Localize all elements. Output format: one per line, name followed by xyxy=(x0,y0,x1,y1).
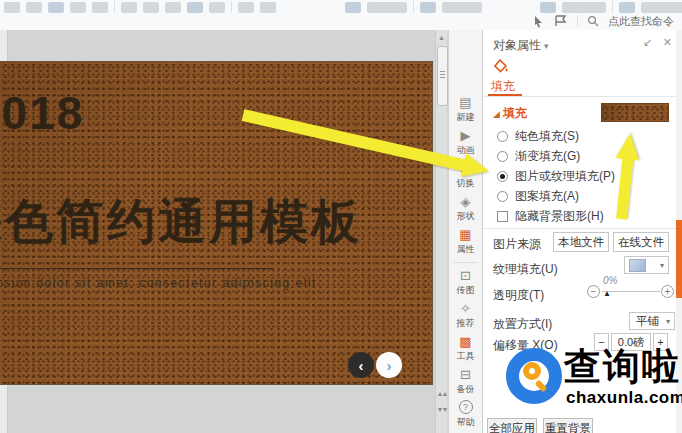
panel-title[interactable]: 对象属性▾ xyxy=(493,37,549,54)
toolbar-icon[interactable] xyxy=(238,2,254,13)
pointer-select-icon[interactable] xyxy=(532,15,545,28)
sidebar-item-label: 帮助 xyxy=(457,416,475,429)
fill-section-header[interactable]: ◢填充 xyxy=(493,105,527,122)
next-slide-nav-button[interactable]: › xyxy=(376,352,402,378)
wps-presentation-app: 点此查找命令 2018 棕色简约通用模板 ipsum dolor sit ame… xyxy=(0,0,682,433)
help-icon: ? xyxy=(459,400,473,414)
next-slide-scroll-button[interactable]: ▼▼ xyxy=(436,404,447,416)
find-command-text[interactable]: 点此查找命令 xyxy=(608,14,674,29)
toolbar-icon[interactable] xyxy=(70,2,86,13)
recommend-icon: ✧ xyxy=(460,302,471,315)
toolbar-separator xyxy=(413,1,414,13)
panel-restore-icon[interactable]: ↙ xyxy=(643,36,652,49)
watermark-domain: chaxunla.com xyxy=(566,388,682,408)
slide[interactable]: 2018 棕色简约通用模板 ipsum dolor sit amet, cons… xyxy=(0,62,432,384)
radio-selected-icon[interactable] xyxy=(497,171,508,182)
transparency-increase-icon[interactable]: + xyxy=(661,285,674,298)
prev-slide-nav-button[interactable]: ‹ xyxy=(348,352,374,378)
slide-divider-line xyxy=(0,268,274,269)
fill-section-label: 填充 xyxy=(503,106,527,120)
texture-fill-dropdown[interactable]: ▾ xyxy=(624,256,669,274)
toolbar-divider xyxy=(454,262,478,263)
sidebar-item-properties[interactable]: ▦ 属性 xyxy=(449,228,483,257)
toolbar-icon[interactable] xyxy=(367,2,407,13)
tab-fill[interactable]: 填充 xyxy=(491,78,515,95)
toolbar-icon[interactable] xyxy=(187,2,203,13)
fill-bucket-icon[interactable] xyxy=(493,58,511,75)
previous-slide-scroll-button[interactable]: ▲▲ xyxy=(436,388,447,400)
toolbar-icon[interactable] xyxy=(209,2,225,13)
sidebar-item-tools[interactable]: ▩ 工具 xyxy=(449,334,483,363)
radio-icon[interactable] xyxy=(497,131,508,142)
transparency-slider-marker[interactable]: ▲ xyxy=(603,289,611,298)
toolbar-icon[interactable] xyxy=(92,2,108,13)
checkbox-icon[interactable] xyxy=(497,211,508,222)
transparency-decrease-icon[interactable]: − xyxy=(587,285,600,298)
slide-subtitle-text[interactable]: ipsum dolor sit amet, consectetur adipis… xyxy=(0,276,317,290)
sidebar-item-upload-image[interactable]: ⊡ 传图 xyxy=(449,268,483,297)
toolbar-icon[interactable] xyxy=(260,2,276,13)
toolbar-icon[interactable] xyxy=(48,2,64,13)
toolbar-icon[interactable] xyxy=(619,2,635,13)
toolbar-icon[interactable] xyxy=(442,2,482,13)
ribbon-icon-group-paragraph xyxy=(345,0,482,13)
chaxunla-logo-icon xyxy=(506,348,562,404)
panel-title-text: 对象属性 xyxy=(493,38,541,52)
online-file-button[interactable]: 在线文件 xyxy=(613,232,669,252)
upload-image-icon: ⊡ xyxy=(460,269,471,282)
sidebar-item-help[interactable]: ? 帮助 xyxy=(449,400,483,429)
toolbar-separator xyxy=(577,15,578,27)
panel-close-icon[interactable]: ✕ xyxy=(663,36,672,49)
placement-dropdown[interactable]: 平铺 ▾ xyxy=(629,312,675,330)
toolbar-icon[interactable] xyxy=(641,2,682,13)
sidebar-item-shapes[interactable]: ◈ 形状 xyxy=(449,195,483,224)
fill-option-gradient[interactable]: 渐变填充(G) xyxy=(497,148,580,165)
texture-thumbnail-icon xyxy=(629,259,646,272)
sidebar-item-label: 工具 xyxy=(457,350,475,363)
fill-option-picture-texture[interactable]: 图片或纹理填充(P) xyxy=(497,168,615,185)
transparency-label: 透明度(T) xyxy=(493,287,544,304)
properties-icon: ▦ xyxy=(459,228,471,241)
slide-year-text[interactable]: 2018 xyxy=(0,86,84,140)
ribbon-toolbar: 点此查找命令 xyxy=(0,0,682,31)
search-icon[interactable] xyxy=(587,15,599,27)
sidebar-item-backup[interactable]: ⊟ 备份 xyxy=(449,367,483,396)
shapes-icon: ◈ xyxy=(461,195,471,208)
fill-option-solid[interactable]: 纯色填充(S) xyxy=(497,128,579,145)
scroll-up-icon[interactable]: ▲ xyxy=(436,32,447,44)
caret-down-icon: ▾ xyxy=(662,317,674,326)
toolbar-icon[interactable] xyxy=(4,2,20,13)
toolbar-icon[interactable] xyxy=(345,2,361,13)
toolbar-icon[interactable] xyxy=(562,2,606,13)
canvas-scrollbar[interactable]: ▲ ▲▲ ▼▼ xyxy=(435,30,447,433)
local-file-button[interactable]: 本地文件 xyxy=(553,232,609,252)
sidebar-item-label: 新建 xyxy=(457,111,475,124)
arrow-body xyxy=(616,159,633,220)
watermark-name: 查询啦 xyxy=(564,342,681,392)
radio-icon[interactable] xyxy=(497,151,508,162)
toolbar-separator xyxy=(231,1,232,13)
hide-background-checkbox-row[interactable]: 隐藏背景图形(H) xyxy=(497,208,604,225)
sidebar-item-label: 备份 xyxy=(457,383,475,396)
toolbar-icon[interactable] xyxy=(26,2,42,13)
flag-icon[interactable] xyxy=(554,15,568,27)
toolbar-icon[interactable] xyxy=(143,2,159,13)
fill-option-pattern[interactable]: 图案填充(A) xyxy=(497,188,579,205)
new-slide-icon: ▤ xyxy=(459,96,471,109)
caret-down-icon: ▾ xyxy=(656,261,668,270)
sidebar-item-recommend[interactable]: ✧ 推荐 xyxy=(449,301,483,330)
texture-preview-swatch[interactable] xyxy=(601,103,669,122)
scrollbar-thumb[interactable] xyxy=(437,46,448,106)
caret-down-icon: ▾ xyxy=(544,41,549,51)
radio-icon[interactable] xyxy=(497,191,508,202)
toolbar-icon[interactable] xyxy=(420,2,436,13)
scrollbar-grip xyxy=(440,71,445,72)
toolbar-icon[interactable] xyxy=(121,2,137,13)
apply-all-button[interactable]: 全部应用 xyxy=(487,418,537,433)
panel-scrollbar-thumb[interactable] xyxy=(676,220,682,298)
toolbar-icon[interactable] xyxy=(540,2,556,13)
toolbar-icon[interactable] xyxy=(165,2,181,13)
reset-background-button[interactable]: 重置背景 xyxy=(543,418,593,433)
slide-title-text[interactable]: 棕色简约通用模板 xyxy=(0,190,362,254)
sidebar-item-new[interactable]: ▤ 新建 xyxy=(449,96,483,125)
